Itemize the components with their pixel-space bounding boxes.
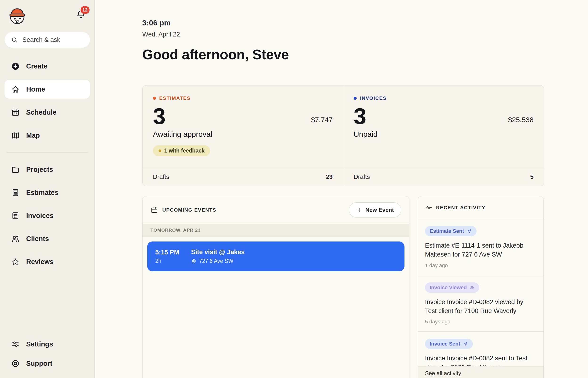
nav-label: Create: [26, 62, 47, 70]
invoices-dot-icon: [354, 97, 357, 100]
event-day-group-label: TOMORROW, APR 23: [142, 224, 409, 237]
send-icon: [463, 341, 468, 347]
nav-label: Settings: [26, 340, 53, 348]
activity-timestamp: 5 days ago: [425, 319, 536, 325]
calendar-icon: [151, 206, 158, 214]
send-icon: [467, 229, 472, 234]
invoices-count: 3: [354, 106, 366, 127]
search-icon: [11, 37, 18, 43]
status-badge-estimate-sent: Estimate Sent: [425, 226, 476, 236]
activity-timestamp: 1 day ago: [425, 262, 536, 269]
current-date: Wed, April 22: [142, 31, 588, 38]
nav-label: Clients: [26, 235, 49, 243]
page-title-greeting: Good afternoon, Steve: [142, 47, 588, 63]
nav-label: Schedule: [26, 108, 56, 116]
search-input[interactable]: Search & ask: [4, 32, 90, 48]
see-all-activity-link[interactable]: See all activity: [418, 366, 544, 378]
stats-card: ESTIMATES 3 $7,747 Awaiting approval 1 w…: [142, 85, 544, 186]
sidebar-item-clients[interactable]: Clients: [4, 229, 90, 248]
activity-pulse-icon: [425, 204, 432, 211]
drafts-count: 23: [326, 173, 333, 180]
sidebar-item-home[interactable]: Home: [4, 80, 90, 99]
recent-activity-card: RECENT ACTIVITY Estimate Sent Estimate #…: [418, 196, 544, 378]
new-event-button[interactable]: New Event: [349, 202, 401, 217]
event-title: Site visit @ Jakes: [191, 249, 245, 256]
drafts-label: Drafts: [153, 173, 169, 180]
nav-label: Home: [26, 85, 45, 93]
life-ring-icon: [11, 359, 20, 368]
status-badge-invoice-viewed: Invoice Viewed: [425, 283, 479, 293]
folder-icon: [11, 165, 20, 174]
cards-row: UPCOMING EVENTS New Event TOMORROW, APR …: [142, 196, 588, 378]
app-logo-beaver-icon: [8, 6, 27, 25]
star-icon: [11, 257, 20, 266]
nav-label: Map: [26, 132, 40, 139]
sliders-icon: [11, 340, 20, 349]
sidebar: 12 Search & ask Create Ho: [0, 0, 95, 378]
activity-item[interactable]: Invoice Viewed Invoice Invoice #D-0082 v…: [418, 275, 544, 332]
recent-activity-title: RECENT ACTIVITY: [418, 196, 544, 219]
feedback-dot-icon: [158, 149, 161, 152]
event-location-text: 727 6 Ave SW: [199, 258, 233, 264]
event-duration: 2h: [155, 258, 191, 264]
sidebar-item-map[interactable]: Map: [4, 126, 90, 145]
estimates-amount: $7,747: [311, 116, 333, 127]
invoices-status: Unpaid: [354, 130, 533, 139]
notification-count-badge: 12: [80, 6, 90, 14]
feedback-badge-label: 1 with feedback: [164, 148, 205, 154]
event-time: 5:15 PM: [155, 249, 191, 256]
sidebar-item-reviews[interactable]: Reviews: [4, 252, 90, 271]
location-pin-icon: [191, 258, 197, 264]
notifications-button[interactable]: 12: [76, 9, 86, 20]
sidebar-item-schedule[interactable]: 12 Schedule: [4, 103, 90, 122]
upcoming-events-card: UPCOMING EVENTS New Event TOMORROW, APR …: [142, 196, 409, 378]
event-site-visit[interactable]: 5:15 PM 2h Site visit @ Jakes 727 6 Ave …: [147, 242, 405, 271]
feedback-badge[interactable]: 1 with feedback: [153, 145, 210, 156]
invoices-drafts-row[interactable]: Drafts 5: [343, 168, 544, 186]
current-time: 3:06 pm: [142, 19, 588, 27]
plus-icon: [356, 207, 362, 213]
activity-text: Invoice Invoice #D-0082 viewed by Test c…: [425, 297, 536, 316]
estimates-status: Awaiting approval: [153, 130, 333, 139]
sidebar-item-projects[interactable]: Projects: [4, 160, 90, 179]
invoice-icon: [11, 211, 20, 220]
sidebar-nav: Create Home 12 Schedule: [4, 57, 90, 271]
nav-label: Support: [26, 360, 52, 367]
sidebar-item-support[interactable]: Support: [4, 354, 90, 372]
nav-label: Invoices: [26, 212, 54, 220]
nav-label: Reviews: [26, 258, 54, 266]
plus-circle-icon: [11, 62, 20, 71]
sidebar-item-invoices[interactable]: Invoices: [4, 206, 90, 225]
drafts-label: Drafts: [354, 173, 370, 180]
invoices-label: INVOICES: [360, 95, 387, 101]
app-root: 12 Search & ask Create Ho: [0, 0, 588, 378]
svg-text:12: 12: [14, 112, 17, 115]
invoices-stat-panel[interactable]: INVOICES 3 $25,538 Unpaid Drafts 5: [343, 85, 544, 186]
nav-label: Projects: [26, 166, 53, 174]
upcoming-events-title: UPCOMING EVENTS: [151, 206, 216, 214]
status-badge-invoice-sent: Invoice Sent: [425, 339, 473, 349]
sidebar-item-estimates[interactable]: Estimates: [4, 183, 90, 202]
eye-icon: [469, 285, 475, 290]
main-content: 3:06 pm Wed, April 22 Good afternoon, St…: [95, 0, 588, 378]
home-icon: [11, 85, 20, 94]
sidebar-item-settings[interactable]: Settings: [4, 335, 90, 353]
calculator-icon: [11, 188, 20, 197]
sidebar-item-create[interactable]: Create: [4, 57, 90, 76]
estimates-dot-icon: [153, 97, 156, 100]
invoices-amount: $25,538: [508, 116, 533, 127]
activity-text: Estimate #E-1114-1 sent to Jakeob Maltes…: [425, 241, 536, 259]
drafts-count: 5: [530, 173, 533, 180]
estimates-count: 3: [153, 106, 166, 127]
nav-divider: [6, 152, 88, 152]
estimates-drafts-row[interactable]: Drafts 23: [142, 168, 343, 186]
nav-label: Estimates: [26, 189, 58, 197]
estimates-stat-panel[interactable]: ESTIMATES 3 $7,747 Awaiting approval 1 w…: [142, 85, 343, 186]
sidebar-bottom: Settings Support: [4, 335, 90, 372]
sidebar-top: 12: [4, 6, 90, 25]
activity-item[interactable]: Estimate Sent Estimate #E-1114-1 sent to…: [418, 219, 544, 275]
calendar-icon: 12: [11, 108, 20, 117]
users-icon: [11, 234, 20, 243]
estimates-label: ESTIMATES: [159, 95, 191, 101]
map-icon: [11, 131, 20, 140]
